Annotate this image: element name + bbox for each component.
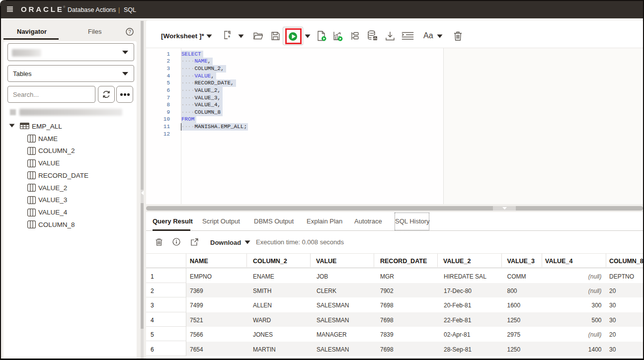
svg-text:*: * <box>228 34 231 41</box>
svg-text:?: ? <box>128 29 131 35</box>
